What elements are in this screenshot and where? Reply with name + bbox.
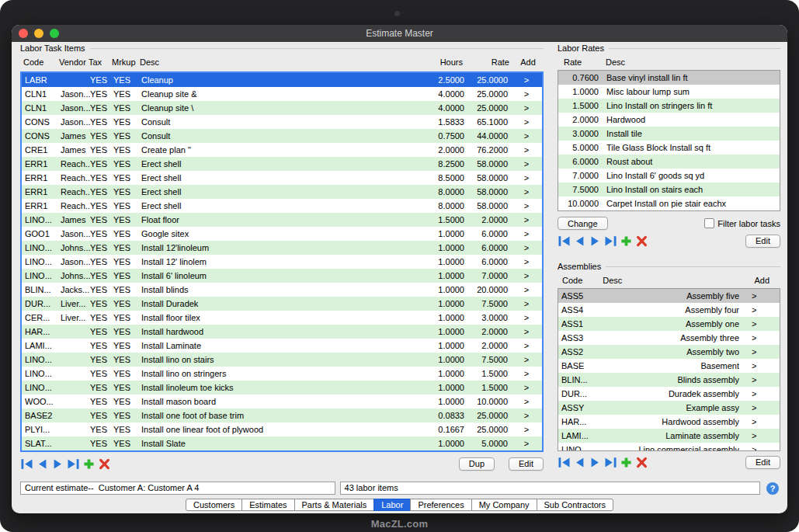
first-record-icon[interactable] (558, 235, 571, 247)
labor-task-row[interactable]: CONSJason...YESYESConsult1.583365.1000> (22, 115, 542, 129)
previous-record-icon[interactable] (36, 458, 49, 470)
previous-record-icon[interactable] (573, 457, 586, 468)
labor-task-add-button[interactable]: > (511, 353, 542, 367)
labor-task-add-button[interactable]: > (511, 143, 542, 157)
change-button[interactable]: Change (558, 217, 608, 230)
labor-task-row[interactable]: LINO...JamesYESYESFloat floor1.50002.000… (22, 213, 542, 227)
labor-task-add-button[interactable]: > (511, 409, 542, 422)
labor-rate-row[interactable]: 0.7600Base vinyl install lin ft (558, 71, 780, 85)
labor-task-row[interactable]: CONSJamesYESYESConsult0.750044.0000> (22, 129, 542, 143)
assembly-add-button[interactable]: > (739, 415, 780, 429)
assembly-add-button[interactable]: > (739, 443, 780, 451)
labor-task-row[interactable]: LAMI...YESYESInstall Laminate1.00002.000… (22, 339, 542, 353)
tab-estimates[interactable]: Estimates (241, 499, 294, 511)
labor-task-row[interactable]: ERR1Reach...YESYESErect shell8.250058.00… (22, 157, 542, 171)
assembly-add-button[interactable]: > (739, 303, 780, 317)
labor-task-row[interactable]: PLYI...YESYESInstall one linear foot of … (22, 422, 542, 436)
assembly-add-button[interactable]: > (739, 429, 780, 443)
tab-my-company[interactable]: My Company (471, 499, 537, 511)
assembly-add-button[interactable]: > (739, 401, 780, 415)
next-record-icon[interactable] (51, 458, 64, 470)
close-button[interactable] (19, 29, 28, 38)
assembly-add-button[interactable]: > (739, 331, 780, 345)
labor-task-add-button[interactable]: > (511, 115, 542, 129)
last-record-icon[interactable] (604, 235, 617, 247)
labor-task-add-button[interactable]: > (511, 199, 542, 213)
first-record-icon[interactable] (20, 458, 33, 470)
assembly-row[interactable]: LAMI...Laminate assembly> (558, 429, 780, 443)
labor-task-row[interactable]: CER...Liver...YESYESInstall floor tilex1… (22, 311, 542, 325)
tab-labor[interactable]: Labor (373, 499, 411, 511)
labor-task-add-button[interactable]: > (511, 171, 542, 185)
labor-task-add-button[interactable]: > (511, 311, 542, 325)
assembly-add-button[interactable]: > (739, 345, 780, 359)
delete-record-icon[interactable] (98, 458, 111, 470)
labor-rate-row[interactable]: 1.0000Misc labour lump sum (558, 85, 780, 99)
labor-item-count-field[interactable]: 43 labor items (340, 482, 760, 495)
labor-task-row[interactable]: LINO...YESYESInstall lino on stairs1.000… (22, 353, 542, 367)
labor-task-add-button[interactable]: > (511, 73, 542, 87)
minimize-button[interactable] (34, 29, 43, 38)
help-button[interactable]: ? (766, 482, 779, 495)
labor-task-add-button[interactable]: > (511, 269, 542, 283)
labor-task-row[interactable]: WOO...YESYESInstall mason board1.000010.… (22, 395, 542, 409)
previous-record-icon[interactable] (573, 235, 586, 247)
delete-record-icon[interactable] (635, 235, 648, 247)
labor-task-add-button[interactable]: > (511, 422, 542, 436)
assembly-row[interactable]: BLIN...Blinds assembly> (558, 373, 780, 387)
tab-parts-materials[interactable]: Parts & Materials (294, 499, 375, 511)
add-record-icon[interactable] (620, 235, 633, 247)
labor-task-row[interactable]: BLIN...Jacks...YESYESInstall blinds1.000… (22, 283, 542, 297)
labor-task-add-button[interactable]: > (511, 185, 542, 199)
labor-task-row[interactable]: ERR1Reach...YESYESErect shell8.000058.00… (22, 185, 542, 199)
labor-task-add-button[interactable]: > (511, 255, 542, 269)
assembly-row[interactable]: ASS4Assembly four> (558, 303, 780, 317)
labor-rate-row[interactable]: 2.0000Hardwood (558, 113, 780, 127)
labor-rate-row[interactable]: 7.5000Lino Install on stairs each (558, 183, 780, 196)
labor-task-add-button[interactable]: > (511, 395, 542, 409)
labor-rate-row[interactable]: 6.0000Roust about (558, 155, 780, 169)
labor-task-row[interactable]: LINO...Johns...YESYESInstall 6' linoleum… (22, 269, 542, 283)
next-record-icon[interactable] (589, 457, 602, 468)
assembly-row[interactable]: HAR...Hardwood assembly> (558, 415, 780, 429)
labor-task-row[interactable]: GOO1Jason...YESYESGoogle sitex1.00006.00… (22, 227, 542, 241)
add-record-icon[interactable] (82, 458, 96, 470)
labor-task-row[interactable]: BASE2YESYESInstall one foot of base trim… (22, 409, 542, 422)
labor-rate-row[interactable]: 7.0000Lino Install 6' goods sq yd (558, 169, 780, 183)
labor-task-row[interactable]: SLAT...YESYESInstall Slate1.00005.0000> (22, 436, 542, 450)
labor-task-row[interactable]: ERR1Reach...YESYESErect shell8.000058.00… (22, 199, 542, 213)
labor-task-row[interactable]: CLN1Jason...YESYESCleanup site \4.000025… (22, 101, 542, 115)
last-record-icon[interactable] (604, 457, 617, 468)
labor-task-add-button[interactable]: > (511, 87, 542, 101)
labor-tasks-edit-button[interactable]: Edit (509, 457, 544, 471)
labor-task-add-button[interactable]: > (511, 213, 542, 227)
labor-task-row[interactable]: ERR1Reach...YESYESErect shell8.500058.00… (22, 171, 542, 185)
labor-task-add-button[interactable]: > (511, 129, 542, 143)
labor-task-row[interactable]: CLN1Jason...YESYESCleanup site &4.000025… (22, 87, 542, 101)
assembly-add-button[interactable]: > (739, 387, 780, 401)
labor-task-row[interactable]: LINO...YESYESInstall linoleum toe kicks1… (22, 381, 542, 395)
labor-rate-row[interactable]: 5.0000Tile Glass Block Install sq ft (558, 141, 780, 155)
assembly-add-button[interactable]: > (739, 373, 780, 387)
window-titlebar[interactable]: Estimate Master (12, 25, 787, 42)
labor-rate-row[interactable]: 10.0000Carpet Install on pie stair eachx (558, 196, 780, 210)
assembly-row[interactable]: ASS1Assembly one> (558, 317, 780, 331)
next-record-icon[interactable] (589, 235, 602, 247)
labor-task-row[interactable]: LINO...Johns...YESYESInstall 12'linoleum… (22, 241, 542, 255)
delete-record-icon[interactable] (635, 457, 648, 468)
labor-task-row[interactable]: LINO...Jason...YESYESInstall 12' linolem… (22, 255, 542, 269)
tab-customers[interactable]: Customers (186, 499, 242, 511)
tab-sub-contractors[interactable]: Sub Contractors (537, 499, 613, 511)
assembly-add-button[interactable]: > (739, 317, 780, 331)
zoom-button[interactable] (50, 29, 59, 38)
assembly-row[interactable]: ASS3Assembly three> (558, 331, 780, 345)
current-estimate-field[interactable]: Current estimate-- Customer A: Customer … (20, 482, 335, 495)
assembly-row[interactable]: ASS5Assembly five> (558, 289, 780, 303)
assembly-row[interactable]: ASS2Assembly two> (558, 345, 780, 359)
labor-rate-row[interactable]: 3.0000Install tile (558, 127, 780, 141)
labor-task-row[interactable]: LABRYESYESCleanup2.500025.0000> (22, 73, 542, 87)
assemblies-edit-button[interactable]: Edit (745, 456, 780, 469)
assembly-add-button[interactable]: > (739, 289, 780, 303)
assembly-row[interactable]: DUR...Duradek assembly> (558, 387, 780, 401)
labor-task-row[interactable]: CRE1JamesYESYESCreate plan "2.000076.200… (22, 143, 542, 157)
